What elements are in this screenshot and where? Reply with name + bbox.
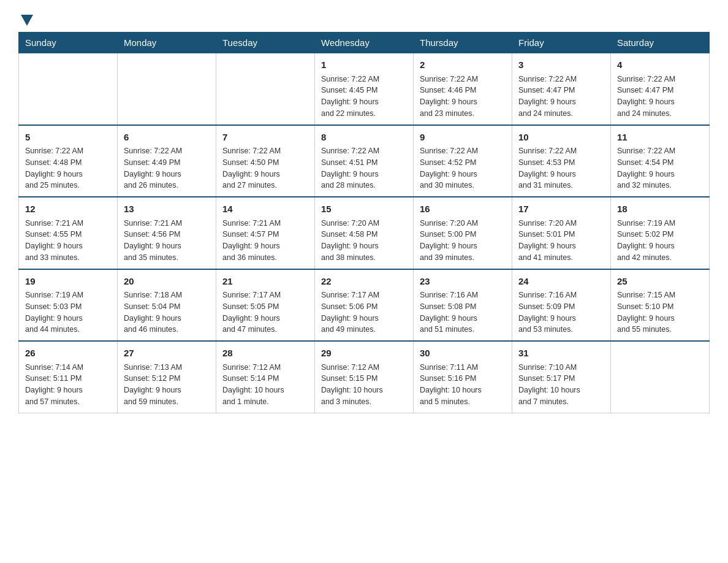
day-number: 17 xyxy=(518,202,604,216)
weekday-header-tuesday: Tuesday xyxy=(216,33,315,53)
calendar-cell: 6Sunrise: 7:22 AM Sunset: 4:49 PM Daylig… xyxy=(118,125,216,197)
day-info: Sunrise: 7:19 AM Sunset: 5:03 PM Dayligh… xyxy=(25,289,111,335)
day-number: 22 xyxy=(321,275,407,289)
weekday-header-saturday: Saturday xyxy=(611,33,710,53)
day-number: 2 xyxy=(420,58,506,72)
calendar-cell xyxy=(216,53,315,125)
day-number: 31 xyxy=(518,347,604,361)
calendar-cell: 12Sunrise: 7:21 AM Sunset: 4:55 PM Dayli… xyxy=(19,197,118,269)
day-number: 24 xyxy=(518,275,604,289)
day-info: Sunrise: 7:20 AM Sunset: 4:58 PM Dayligh… xyxy=(321,218,407,264)
calendar-cell: 25Sunrise: 7:15 AM Sunset: 5:10 PM Dayli… xyxy=(611,269,710,342)
day-number: 6 xyxy=(124,131,210,145)
day-info: Sunrise: 7:22 AM Sunset: 4:47 PM Dayligh… xyxy=(617,74,703,120)
calendar-cell: 14Sunrise: 7:21 AM Sunset: 4:57 PM Dayli… xyxy=(216,197,315,269)
calendar-cell: 18Sunrise: 7:19 AM Sunset: 5:02 PM Dayli… xyxy=(611,197,710,269)
calendar-cell: 5Sunrise: 7:22 AM Sunset: 4:48 PM Daylig… xyxy=(19,125,118,197)
calendar-cell: 9Sunrise: 7:22 AM Sunset: 4:52 PM Daylig… xyxy=(414,125,512,197)
calendar-cell: 28Sunrise: 7:12 AM Sunset: 5:14 PM Dayli… xyxy=(216,341,315,413)
day-info: Sunrise: 7:10 AM Sunset: 5:17 PM Dayligh… xyxy=(518,362,604,408)
day-number: 11 xyxy=(617,131,703,145)
calendar-cell: 27Sunrise: 7:13 AM Sunset: 5:12 PM Dayli… xyxy=(118,341,216,413)
calendar-cell: 17Sunrise: 7:20 AM Sunset: 5:01 PM Dayli… xyxy=(512,197,611,269)
calendar-cell: 19Sunrise: 7:19 AM Sunset: 5:03 PM Dayli… xyxy=(19,269,118,342)
day-number: 27 xyxy=(124,347,210,361)
logo xyxy=(18,12,33,26)
day-info: Sunrise: 7:22 AM Sunset: 4:52 PM Dayligh… xyxy=(420,145,506,191)
weekday-header-friday: Friday xyxy=(512,33,611,53)
day-info: Sunrise: 7:20 AM Sunset: 5:01 PM Dayligh… xyxy=(518,218,604,264)
day-number: 18 xyxy=(617,202,703,216)
day-info: Sunrise: 7:21 AM Sunset: 4:55 PM Dayligh… xyxy=(25,218,111,264)
day-info: Sunrise: 7:21 AM Sunset: 4:57 PM Dayligh… xyxy=(222,218,308,264)
day-number: 21 xyxy=(222,275,308,289)
calendar-cell: 31Sunrise: 7:10 AM Sunset: 5:17 PM Dayli… xyxy=(512,341,611,413)
calendar-table: SundayMondayTuesdayWednesdayThursdayFrid… xyxy=(18,32,710,413)
day-info: Sunrise: 7:17 AM Sunset: 5:06 PM Dayligh… xyxy=(321,289,407,335)
day-info: Sunrise: 7:16 AM Sunset: 5:09 PM Dayligh… xyxy=(518,289,604,335)
day-number: 9 xyxy=(420,131,506,145)
calendar-week-row: 12Sunrise: 7:21 AM Sunset: 4:55 PM Dayli… xyxy=(19,197,710,269)
day-info: Sunrise: 7:22 AM Sunset: 4:48 PM Dayligh… xyxy=(25,145,111,191)
weekday-header-monday: Monday xyxy=(118,33,216,53)
calendar-cell: 8Sunrise: 7:22 AM Sunset: 4:51 PM Daylig… xyxy=(315,125,414,197)
weekday-header-wednesday: Wednesday xyxy=(315,33,414,53)
day-number: 25 xyxy=(617,275,703,289)
day-info: Sunrise: 7:22 AM Sunset: 4:54 PM Dayligh… xyxy=(617,145,703,191)
day-info: Sunrise: 7:16 AM Sunset: 5:08 PM Dayligh… xyxy=(420,289,506,335)
day-number: 4 xyxy=(617,58,703,72)
logo-triangle-icon xyxy=(21,15,33,26)
day-info: Sunrise: 7:22 AM Sunset: 4:51 PM Dayligh… xyxy=(321,145,407,191)
day-number: 15 xyxy=(321,202,407,216)
calendar-week-row: 5Sunrise: 7:22 AM Sunset: 4:48 PM Daylig… xyxy=(19,125,710,197)
day-number: 1 xyxy=(321,58,407,72)
calendar-cell xyxy=(118,53,216,125)
weekday-header-sunday: Sunday xyxy=(19,33,118,53)
calendar-cell: 26Sunrise: 7:14 AM Sunset: 5:11 PM Dayli… xyxy=(19,341,118,413)
day-info: Sunrise: 7:21 AM Sunset: 4:56 PM Dayligh… xyxy=(124,218,210,264)
day-info: Sunrise: 7:17 AM Sunset: 5:05 PM Dayligh… xyxy=(222,289,308,335)
day-info: Sunrise: 7:20 AM Sunset: 5:00 PM Dayligh… xyxy=(420,218,506,264)
day-number: 23 xyxy=(420,275,506,289)
day-number: 29 xyxy=(321,347,407,361)
day-info: Sunrise: 7:22 AM Sunset: 4:53 PM Dayligh… xyxy=(518,145,604,191)
day-info: Sunrise: 7:14 AM Sunset: 5:11 PM Dayligh… xyxy=(25,362,111,408)
calendar-cell: 11Sunrise: 7:22 AM Sunset: 4:54 PM Dayli… xyxy=(611,125,710,197)
day-info: Sunrise: 7:13 AM Sunset: 5:12 PM Dayligh… xyxy=(124,362,210,408)
calendar-cell: 7Sunrise: 7:22 AM Sunset: 4:50 PM Daylig… xyxy=(216,125,315,197)
calendar-cell: 16Sunrise: 7:20 AM Sunset: 5:00 PM Dayli… xyxy=(414,197,512,269)
day-number: 30 xyxy=(420,347,506,361)
calendar-cell: 4Sunrise: 7:22 AM Sunset: 4:47 PM Daylig… xyxy=(611,53,710,125)
page-header xyxy=(18,12,710,26)
day-info: Sunrise: 7:15 AM Sunset: 5:10 PM Dayligh… xyxy=(617,289,703,335)
day-number: 10 xyxy=(518,131,604,145)
day-number: 8 xyxy=(321,131,407,145)
day-number: 14 xyxy=(222,202,308,216)
day-info: Sunrise: 7:19 AM Sunset: 5:02 PM Dayligh… xyxy=(617,218,703,264)
calendar-cell: 15Sunrise: 7:20 AM Sunset: 4:58 PM Dayli… xyxy=(315,197,414,269)
day-number: 16 xyxy=(420,202,506,216)
day-info: Sunrise: 7:11 AM Sunset: 5:16 PM Dayligh… xyxy=(420,362,506,408)
day-number: 28 xyxy=(222,347,308,361)
calendar-week-row: 1Sunrise: 7:22 AM Sunset: 4:45 PM Daylig… xyxy=(19,53,710,125)
day-info: Sunrise: 7:12 AM Sunset: 5:15 PM Dayligh… xyxy=(321,362,407,408)
calendar-week-row: 19Sunrise: 7:19 AM Sunset: 5:03 PM Dayli… xyxy=(19,269,710,342)
calendar-cell: 3Sunrise: 7:22 AM Sunset: 4:47 PM Daylig… xyxy=(512,53,611,125)
day-info: Sunrise: 7:22 AM Sunset: 4:49 PM Dayligh… xyxy=(124,145,210,191)
weekday-header-thursday: Thursday xyxy=(414,33,512,53)
day-number: 13 xyxy=(124,202,210,216)
calendar-cell: 1Sunrise: 7:22 AM Sunset: 4:45 PM Daylig… xyxy=(315,53,414,125)
day-number: 5 xyxy=(25,131,111,145)
weekday-header-row: SundayMondayTuesdayWednesdayThursdayFrid… xyxy=(19,33,710,53)
calendar-cell xyxy=(611,341,710,413)
calendar-week-row: 26Sunrise: 7:14 AM Sunset: 5:11 PM Dayli… xyxy=(19,341,710,413)
day-number: 20 xyxy=(124,275,210,289)
calendar-cell: 10Sunrise: 7:22 AM Sunset: 4:53 PM Dayli… xyxy=(512,125,611,197)
day-info: Sunrise: 7:12 AM Sunset: 5:14 PM Dayligh… xyxy=(222,362,308,408)
day-info: Sunrise: 7:22 AM Sunset: 4:47 PM Dayligh… xyxy=(518,74,604,120)
calendar-cell: 23Sunrise: 7:16 AM Sunset: 5:08 PM Dayli… xyxy=(414,269,512,342)
calendar-cell: 13Sunrise: 7:21 AM Sunset: 4:56 PM Dayli… xyxy=(118,197,216,269)
day-info: Sunrise: 7:22 AM Sunset: 4:50 PM Dayligh… xyxy=(222,145,308,191)
calendar-cell xyxy=(19,53,118,125)
day-info: Sunrise: 7:18 AM Sunset: 5:04 PM Dayligh… xyxy=(124,289,210,335)
